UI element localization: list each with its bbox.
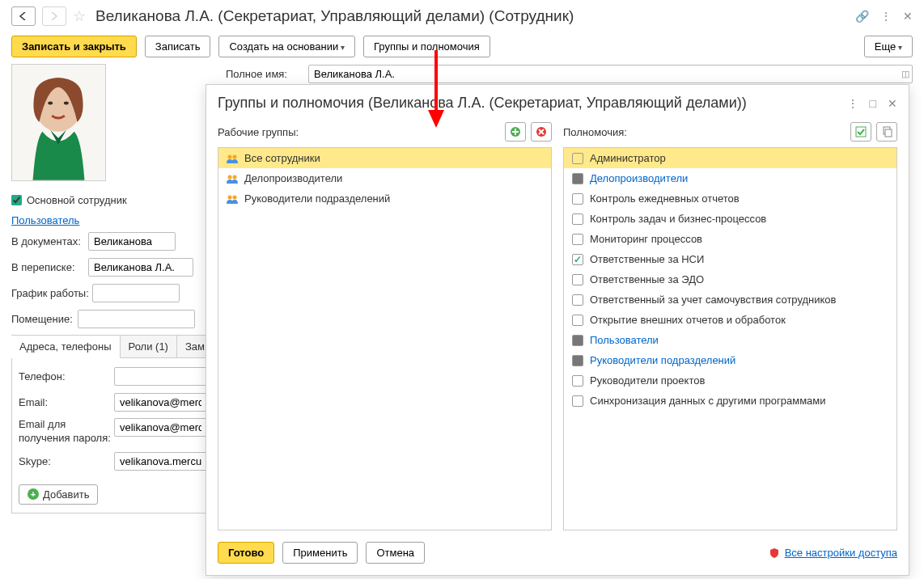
email-pass-input[interactable] (114, 418, 207, 437)
svg-point-6 (228, 154, 232, 158)
in-correspondence-input[interactable] (88, 258, 193, 277)
permissions-list[interactable]: АдминистраторДелопроизводителиКонтроль е… (563, 147, 897, 530)
groups-permissions-button[interactable]: Группы и полномочия (363, 36, 490, 57)
save-close-button[interactable]: Записать и закрыть (11, 36, 137, 57)
permission-item[interactable]: Контроль ежедневных отчетов (564, 188, 896, 209)
close-window-icon[interactable]: ✕ (903, 10, 913, 23)
group-icon (227, 194, 238, 204)
dialog-close-icon[interactable]: ✕ (888, 97, 897, 110)
permission-checkbox[interactable] (572, 274, 583, 285)
nav-back-button[interactable] (11, 6, 36, 26)
work-group-item[interactable]: Все сотрудники (218, 148, 551, 168)
groups-permissions-dialog: Группы и полномочия (Великанова Л.А. (Се… (206, 84, 909, 576)
permission-item[interactable]: Открытие внешних отчетов и обработок (564, 310, 896, 330)
svg-rect-14 (885, 129, 892, 137)
permission-item[interactable]: Администратор (564, 148, 896, 168)
permission-checkbox[interactable] (572, 254, 583, 265)
svg-point-11 (233, 195, 237, 199)
add-group-button[interactable] (505, 122, 526, 142)
in-documents-label: В документах: (11, 235, 88, 247)
permission-checkbox[interactable] (572, 315, 583, 326)
permission-checkbox[interactable] (572, 234, 583, 245)
svg-point-3 (64, 101, 69, 104)
svg-point-10 (228, 195, 232, 199)
remove-group-button[interactable] (531, 122, 552, 142)
copy-icon (881, 126, 892, 137)
permission-checkbox[interactable] (572, 355, 583, 366)
permission-item[interactable]: Синхронизация данных с другими программа… (564, 391, 896, 411)
dialog-more-icon[interactable]: ⋮ (847, 97, 858, 110)
permission-checkbox[interactable] (572, 193, 583, 205)
cancel-button[interactable]: Отмена (366, 542, 425, 564)
permission-checkbox[interactable] (572, 395, 583, 407)
permission-item[interactable]: Ответственный за учет самочувствия сотру… (564, 290, 896, 310)
permission-item[interactable]: Делопроизводители (564, 168, 896, 188)
link-icon[interactable]: 🔗 (855, 10, 869, 23)
permission-item[interactable]: Ответственные за ЭДО (564, 269, 896, 290)
check-all-button[interactable] (850, 122, 871, 142)
permissions-label: Полномочия: (563, 126, 627, 138)
dialog-maximize-icon[interactable]: □ (870, 97, 876, 110)
permission-checkbox[interactable] (572, 375, 583, 387)
save-button[interactable]: Записать (145, 36, 211, 57)
ready-button[interactable]: Готово (218, 542, 274, 564)
tab-roles[interactable]: Роли (1) (121, 336, 177, 357)
nav-forward-button[interactable] (42, 6, 66, 26)
tab-addresses[interactable]: Адреса, телефоны (11, 336, 121, 358)
plus-icon: + (28, 488, 39, 500)
permission-item[interactable]: Мониторинг процессов (564, 229, 896, 249)
add-icon (510, 126, 521, 137)
arrow-right-icon (49, 12, 59, 20)
main-employee-label: Основной сотрудник (27, 194, 127, 206)
permission-item[interactable]: Пользователи (564, 330, 896, 350)
permission-checkbox[interactable] (572, 153, 583, 164)
open-reference-icon[interactable]: ◫ (901, 69, 909, 79)
phone-label: Телефон: (19, 370, 114, 382)
skype-input[interactable] (114, 452, 207, 471)
permission-checkbox[interactable] (572, 173, 583, 184)
all-access-settings-link[interactable]: Все настройки доступа (785, 547, 897, 559)
favorite-star-icon[interactable]: ☆ (73, 7, 86, 25)
email-input[interactable] (114, 393, 207, 412)
svg-point-2 (48, 101, 53, 104)
work-schedule-label: График работы: (11, 287, 92, 299)
more-button[interactable]: Еще (864, 36, 913, 57)
user-link[interactable]: Пользователь (11, 214, 79, 226)
phone-input[interactable] (114, 367, 207, 386)
permission-item[interactable]: Руководители подразделений (564, 350, 896, 370)
group-icon (227, 154, 238, 163)
permission-item[interactable]: Руководители проектов (564, 370, 896, 391)
check-all-icon (855, 126, 867, 137)
in-documents-input[interactable] (88, 232, 176, 251)
work-groups-list[interactable]: Все сотрудникиДелопроизводителиРуководит… (218, 147, 552, 530)
group-icon (227, 174, 238, 184)
shield-icon (769, 547, 780, 559)
more-menu-icon[interactable]: ⋮ (880, 10, 892, 23)
apply-button[interactable]: Применить (282, 542, 358, 564)
permission-checkbox[interactable] (572, 335, 583, 346)
create-based-button[interactable]: Создать на основании (218, 36, 355, 57)
svg-point-7 (233, 154, 237, 158)
room-input[interactable] (78, 310, 195, 328)
work-group-item[interactable]: Руководители подразделений (218, 188, 551, 209)
work-group-item[interactable]: Делопроизводители (218, 168, 551, 188)
full-name-label: Полное имя: (226, 68, 308, 80)
permission-checkbox[interactable] (572, 213, 583, 225)
main-employee-checkbox[interactable] (11, 195, 22, 205)
permission-item[interactable]: Контроль задач и бизнес-процессов (564, 209, 896, 229)
svg-rect-12 (856, 127, 866, 137)
full-name-input[interactable] (308, 65, 913, 83)
permission-checkbox[interactable] (572, 294, 583, 306)
add-contact-button[interactable]: + Добавить (19, 484, 98, 505)
svg-point-9 (233, 175, 237, 179)
work-schedule-input[interactable] (92, 284, 180, 302)
tabs: Адреса, телефоны Роли (1) Зам (11, 335, 214, 358)
skype-label: Skype: (19, 455, 114, 467)
copy-button[interactable] (876, 122, 897, 142)
svg-point-8 (228, 175, 232, 179)
work-groups-label: Рабочие группы: (218, 126, 299, 138)
email-label: Email: (19, 396, 114, 408)
page-title: Великанова Л.А. (Секретариат, Управляющи… (95, 7, 574, 25)
permission-item[interactable]: Ответственные за НСИ (564, 249, 896, 269)
avatar[interactable] (11, 64, 106, 181)
